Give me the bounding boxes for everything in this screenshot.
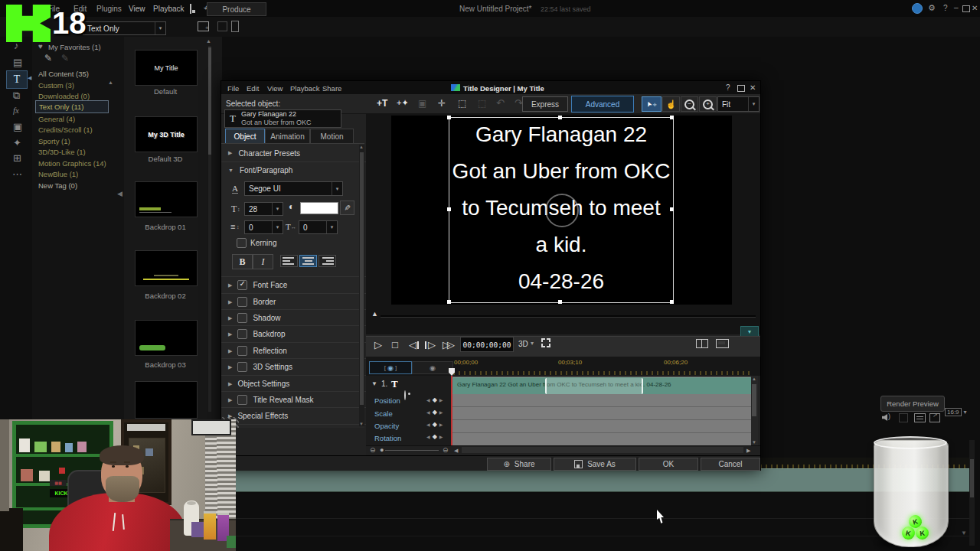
dialog-maximize-icon[interactable]: [737, 85, 745, 92]
library-scrollbar[interactable]: [208, 46, 211, 412]
property-label-position[interactable]: Position: [374, 396, 400, 405]
backdrop-checkbox[interactable]: [237, 329, 247, 339]
sidebar-item-sporty[interactable]: Sporty (1): [38, 137, 70, 145]
help-icon[interactable]: ?: [943, 4, 948, 12]
section-special-effects[interactable]: ▶ Special Effects: [221, 407, 366, 425]
add-key-icon[interactable]: ◆: [433, 433, 437, 440]
sidebar-item-motion-graphics[interactable]: Motion Graphics (14): [38, 159, 106, 168]
dialog-menu-edit[interactable]: Edit: [247, 84, 259, 93]
eyedropper-button[interactable]: ✎: [340, 201, 354, 215]
advanced-mode-button[interactable]: Advanced: [571, 96, 634, 112]
prev-key-icon[interactable]: ◀: [426, 409, 430, 415]
tab-motion[interactable]: Motion: [310, 129, 354, 144]
next-key-icon[interactable]: ▶: [439, 434, 443, 439]
selection-handle[interactable]: [670, 207, 674, 211]
next-frame-button[interactable]: ▷▷: [443, 339, 452, 350]
tab-animation[interactable]: Animation: [265, 129, 310, 144]
preview-scrub-thumb[interactable]: ▲: [371, 310, 378, 318]
insert-particle-icon[interactable]: +✦: [397, 98, 409, 108]
dialog-menu-share[interactable]: Share: [322, 84, 341, 93]
scroll-thumb[interactable]: [970, 459, 974, 497]
kerning-checkbox[interactable]: [237, 238, 247, 248]
dialog-close-icon[interactable]: ✕: [750, 83, 756, 92]
select-tool-button[interactable]: ➤ ✛: [642, 96, 662, 112]
prev-key-icon[interactable]: ◀: [426, 422, 430, 427]
designer-ruler[interactable]: 00;00;00 00;03;10 00;06;20: [451, 358, 751, 375]
auto-keyframe-button[interactable]: ◉: [412, 361, 453, 374]
font-family-dropdown[interactable]: Segoe UI▾: [244, 181, 343, 196]
selection-handle[interactable]: [447, 207, 451, 211]
sidebar-item-text-only[interactable]: Text Only (11): [35, 100, 109, 113]
clip-selected-range[interactable]: [545, 378, 643, 394]
play-from-button[interactable]: ▷: [428, 339, 436, 350]
dual-view-icon[interactable]: [696, 339, 708, 348]
section-object-settings[interactable]: ▶ Object Settings: [221, 375, 366, 392]
insert-text-icon[interactable]: +T: [377, 98, 387, 109]
previous-frame-button[interactable]: ◁: [409, 339, 416, 350]
keyframe-nav-opacity[interactable]: ◀ ◆ ▶: [426, 421, 443, 428]
font-color-swatch[interactable]: [300, 202, 338, 214]
tab-object[interactable]: Object: [225, 129, 265, 144]
scroll-up-icon[interactable]: ▲: [359, 145, 364, 149]
selection-handle[interactable]: [447, 300, 451, 304]
share-button[interactable]: ⊕ Share: [487, 458, 551, 471]
zoom-slider-track[interactable]: [385, 450, 439, 451]
tag-add-icon[interactable]: ✎: [44, 53, 52, 64]
library-card[interactable]: [135, 320, 198, 356]
main-timeline-track[interactable]: [236, 468, 971, 492]
property-label-scale[interactable]: Scale: [374, 409, 393, 418]
aspect-ratio-dropdown[interactable]: 16:9 ▾: [945, 408, 967, 416]
hand-tool-button[interactable]: ☝: [662, 96, 680, 112]
selection-handle[interactable]: [558, 300, 562, 304]
timecode-display[interactable]: 00;00;00;00: [460, 337, 514, 352]
library-card[interactable]: [135, 181, 198, 217]
align-right-button[interactable]: [318, 255, 336, 267]
sidebar-item-general[interactable]: General (4): [38, 115, 75, 123]
dialog-menu-view[interactable]: View: [267, 84, 283, 93]
rotation-anchor[interactable]: [545, 194, 579, 227]
scroll-up-icon[interactable]: ▲: [752, 377, 756, 381]
section-character-presets[interactable]: ▶ Character Presets: [221, 145, 366, 161]
library-card[interactable]: My 3D Title: [135, 116, 198, 152]
title-reveal-mask-checkbox[interactable]: [237, 395, 247, 405]
hscroll-right-icon[interactable]: ▶: [746, 448, 750, 454]
add-key-icon[interactable]: ◆: [433, 421, 437, 428]
sidebar-item-3d-like[interactable]: 3D/3D-Like (1): [38, 148, 86, 156]
user-account-icon[interactable]: [912, 3, 923, 14]
sidebar-item-all-content[interactable]: All Content (35): [38, 70, 89, 78]
prev-key-icon[interactable]: ◀: [426, 397, 430, 403]
produce-button[interactable]: Produce: [207, 2, 266, 16]
pip-room-icon[interactable]: ▣: [13, 121, 22, 132]
prev-key-icon[interactable]: ◀: [426, 434, 430, 439]
section-font-paragraph[interactable]: ▼ Font/Paragraph: [221, 161, 366, 178]
sidebar-item-downloaded[interactable]: Downloaded (0): [38, 92, 90, 100]
timeline-playhead-line[interactable]: [451, 376, 452, 445]
next-key-icon[interactable]: ▶: [439, 397, 443, 403]
align-center-button[interactable]: [299, 255, 317, 267]
font-size-dropdown[interactable]: 28▾: [244, 202, 283, 216]
keyframe-nav-scale[interactable]: ◀ ◆ ▶: [426, 409, 443, 416]
menu-playback[interactable]: Playback: [153, 5, 185, 13]
track-collapse-icon[interactable]: ▼: [371, 380, 377, 387]
frame-tool-icon[interactable]: ⬚: [458, 98, 466, 109]
sidebar-item-new-tag[interactable]: New Tag (0): [38, 181, 77, 190]
section-font-face[interactable]: ▶ Font Face: [221, 276, 366, 293]
section-title-reveal-mask[interactable]: ▶ Title Reveal Mask: [221, 391, 366, 408]
volume-icon[interactable]: [882, 414, 887, 421]
selection-handle[interactable]: [670, 300, 674, 304]
scroll-thumb[interactable]: [752, 384, 756, 416]
library-card[interactable]: My Title: [135, 50, 198, 86]
next-key-icon[interactable]: ▶: [439, 422, 443, 427]
sidebar-item-newblue[interactable]: NewBlue (1): [38, 170, 78, 178]
char-spacing-dropdown[interactable]: 0▾: [299, 220, 338, 234]
play-button[interactable]: ▷: [374, 339, 382, 350]
scroll-down-icon[interactable]: ▼: [752, 440, 756, 445]
zoom-in-button[interactable]: +: [699, 96, 717, 112]
selected-object-box[interactable]: T Gary Flanagan 22 Got an Uber from OKC: [224, 109, 341, 128]
section-3d-settings[interactable]: ▶ 3D Settings: [221, 358, 366, 375]
panel-scrollbar[interactable]: ▲ ▼: [359, 145, 364, 426]
favorites-label[interactable]: My Favorites (1): [48, 43, 101, 51]
render-preview-button[interactable]: Render Preview: [880, 396, 945, 412]
keyframe-nav-rotation[interactable]: ◀ ◆ ▶: [426, 433, 443, 440]
export-icon[interactable]: ↗: [929, 413, 940, 422]
